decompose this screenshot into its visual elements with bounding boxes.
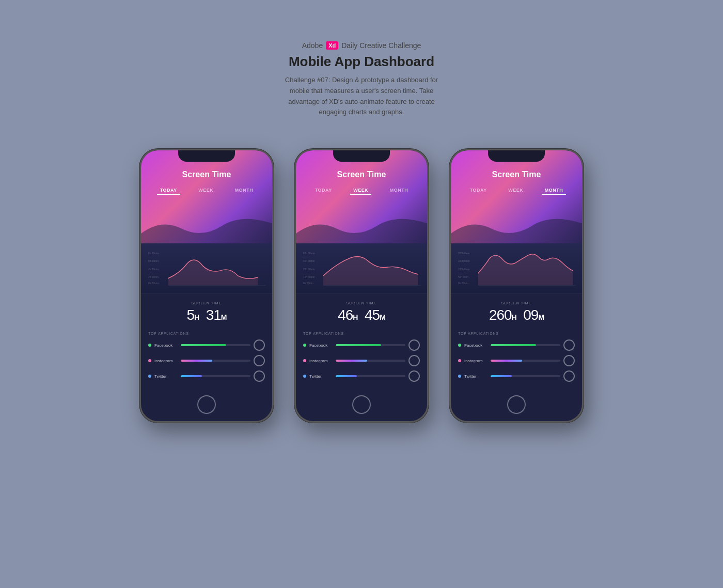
stats-time-month: 260H 09M xyxy=(451,307,582,323)
facebook-dot-week xyxy=(303,344,306,347)
chart-area-month: 300h 0min 200h 0min 100h 0min 50h 0min 0… xyxy=(451,243,582,293)
header-wave xyxy=(141,213,272,244)
apps-section-week: TOP APPLICATIONS Facebook Instagram xyxy=(296,328,427,390)
instagram-bar xyxy=(181,360,212,362)
facebook-circle xyxy=(254,339,265,351)
instagram-circle-week xyxy=(408,355,420,366)
facebook-name-month: Facebook xyxy=(464,343,488,348)
phone-body-week: SCREEN TIME 46H 45M TOP APPLICATIONS Fac… xyxy=(296,293,427,421)
xd-badge: Xd xyxy=(326,41,338,50)
svg-text:0h 00min: 0h 00min xyxy=(148,282,159,285)
instagram-name: Instagram xyxy=(154,359,178,363)
adobe-text: Adobe xyxy=(302,41,323,50)
stats-label-month: SCREEN TIME xyxy=(451,301,582,305)
facebook-bar-week xyxy=(336,344,381,346)
facebook-bar-container xyxy=(181,344,250,346)
twitter-bar-month xyxy=(491,375,512,377)
facebook-bar-container-month xyxy=(491,344,560,346)
twitter-name: Twitter xyxy=(154,374,178,379)
phone-header-week: Screen Time TODAY WEEK MONTH xyxy=(296,150,427,243)
home-button-today[interactable] xyxy=(141,390,272,421)
facebook-dot-month xyxy=(458,344,461,347)
stats-label: SCREEN TIME xyxy=(141,301,272,305)
instagram-name-month: Instagram xyxy=(464,359,488,363)
app-row-instagram-week: Instagram xyxy=(303,355,420,366)
app-row-facebook: Facebook xyxy=(148,339,265,351)
phone-screen: Screen Time TODAY WEEK MONTH 8h 00min 6h… xyxy=(141,150,272,421)
tab-month[interactable]: MONTH xyxy=(232,187,257,195)
phone-title: Screen Time xyxy=(149,170,264,179)
twitter-bar-container-week xyxy=(336,375,405,377)
header-wave-week xyxy=(296,213,427,244)
twitter-circle xyxy=(254,370,265,382)
notch xyxy=(178,150,235,162)
app-row-facebook-week: Facebook xyxy=(303,339,420,351)
tabs-today: TODAY WEEK MONTH xyxy=(149,187,264,195)
app-row-twitter-week: Twitter xyxy=(303,370,420,382)
tab-month-m[interactable]: MONTH xyxy=(542,187,567,195)
chart-area-today: 8h 00min 6h 00min 4h 00min 2h 00min 0h 0… xyxy=(141,243,272,293)
stats-section-week: SCREEN TIME 46H 45M xyxy=(296,293,427,328)
app-row-instagram: Instagram xyxy=(148,355,265,366)
notch-week xyxy=(333,150,390,162)
facebook-dot xyxy=(148,344,151,347)
svg-text:2h 00min: 2h 00min xyxy=(148,276,159,279)
description: Challenge #07: Design & prototype a dash… xyxy=(281,75,442,118)
instagram-bar-week xyxy=(336,360,367,362)
tab-today-w[interactable]: TODAY xyxy=(312,187,335,195)
chart-svg-week: 60h 00min 40h 00min 20h 00min 10h 00min … xyxy=(302,247,421,289)
tabs-month: TODAY WEEK MONTH xyxy=(459,187,574,195)
instagram-dot-month xyxy=(458,359,461,362)
twitter-dot-week xyxy=(303,375,306,378)
tab-today-m[interactable]: TODAY xyxy=(467,187,490,195)
phone-screen-week: Screen Time TODAY WEEK MONTH 60h 00min 4… xyxy=(296,150,427,421)
tab-week[interactable]: WEEK xyxy=(195,187,216,195)
chart-area-week: 60h 00min 40h 00min 20h 00min 10h 00min … xyxy=(296,243,427,293)
apps-label: TOP APPLICATIONS xyxy=(148,332,265,335)
notch-month xyxy=(488,150,545,162)
apps-section-month: TOP APPLICATIONS Facebook Instagram xyxy=(451,328,582,390)
phone-screen-month: Screen Time TODAY WEEK MONTH 300h 0min 2… xyxy=(451,150,582,421)
stats-time-week: 46H 45M xyxy=(296,307,427,323)
svg-text:40h 00min: 40h 00min xyxy=(303,260,315,262)
twitter-dot xyxy=(148,375,151,378)
stats-section-month: SCREEN TIME 260H 09M xyxy=(451,293,582,328)
apps-label-week: TOP APPLICATIONS xyxy=(303,332,420,335)
app-row-twitter-month: Twitter xyxy=(458,370,575,382)
stats-section-today: SCREEN TIME 5H 31M xyxy=(141,293,272,328)
svg-text:200h 0min: 200h 0min xyxy=(458,260,470,262)
svg-text:4h 00min: 4h 00min xyxy=(148,268,159,271)
svg-text:300h 0min: 300h 0min xyxy=(458,252,470,255)
apps-label-month: TOP APPLICATIONS xyxy=(458,332,575,335)
stats-time: 5H 31M xyxy=(141,307,272,323)
header-wave-month xyxy=(451,213,582,244)
instagram-name-week: Instagram xyxy=(309,359,333,363)
tab-week-w[interactable]: WEEK xyxy=(350,187,371,195)
phone-week: Screen Time TODAY WEEK MONTH 60h 00min 4… xyxy=(294,149,429,423)
svg-text:8h 00min: 8h 00min xyxy=(148,252,159,255)
main-title: Mobile App Dashboard xyxy=(281,54,442,70)
svg-text:50h 0min: 50h 0min xyxy=(458,276,468,279)
phone-header-month: Screen Time TODAY WEEK MONTH xyxy=(451,150,582,243)
tab-week-m[interactable]: WEEK xyxy=(505,187,526,195)
phone-body-month: SCREEN TIME 260H 09M TOP APPLICATIONS Fa… xyxy=(451,293,582,421)
home-circle[interactable] xyxy=(197,395,216,414)
stats-label-week: SCREEN TIME xyxy=(296,301,427,305)
svg-text:60h 00min: 60h 00min xyxy=(303,252,315,255)
facebook-bar-month xyxy=(491,344,536,346)
home-circle-month[interactable] xyxy=(507,395,526,414)
home-circle-week[interactable] xyxy=(352,395,371,414)
chart-svg-today: 8h 00min 6h 00min 4h 00min 2h 00min 0h 0… xyxy=(147,247,266,289)
facebook-bar xyxy=(181,344,226,346)
twitter-bar-week xyxy=(336,375,357,377)
home-button-month[interactable] xyxy=(451,390,582,421)
app-row-facebook-month: Facebook xyxy=(458,339,575,351)
facebook-circle-month xyxy=(563,339,575,351)
tab-today[interactable]: TODAY xyxy=(157,187,180,195)
app-row-instagram-month: Instagram xyxy=(458,355,575,366)
page-header: Adobe Xd Daily Creative Challenge Mobile… xyxy=(281,41,442,118)
home-button-week[interactable] xyxy=(296,390,427,421)
app-row-twitter: Twitter xyxy=(148,370,265,382)
facebook-name-week: Facebook xyxy=(309,343,333,348)
tab-month-w[interactable]: MONTH xyxy=(387,187,412,195)
